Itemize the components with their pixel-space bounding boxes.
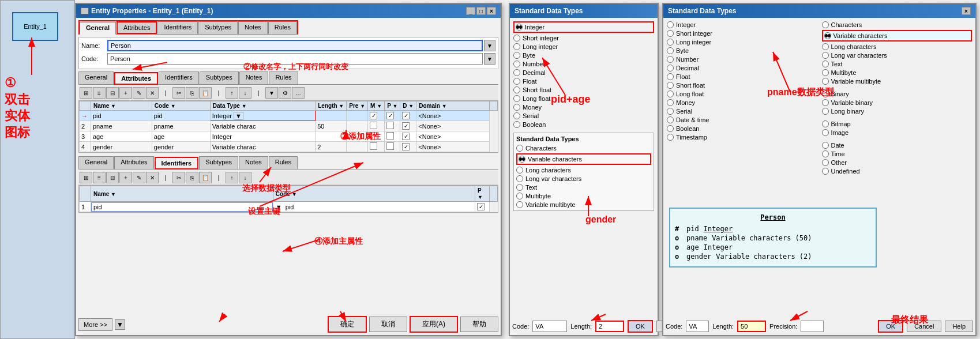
radio2-longchar[interactable]: Long characters <box>516 167 651 174</box>
row-dtype[interactable]: Integer <box>210 131 315 142</box>
row-dtype[interactable]: Variable charac <box>210 121 315 131</box>
r2r-longbinary[interactable]: Long binary <box>822 108 973 115</box>
footer-icon-btn[interactable]: ▼ <box>115 319 125 330</box>
sdt2-length-input[interactable] <box>737 321 766 332</box>
tb-cut[interactable]: ✂ <box>172 87 185 99</box>
table-row[interactable]: 3 age age Integer <None> <box>80 131 498 142</box>
code-btn[interactable]: ▼ <box>484 53 495 65</box>
r2-money[interactable]: Money <box>667 99 817 106</box>
r2r-multibyte[interactable]: Multibyte <box>822 69 973 76</box>
radio2-text[interactable]: Text <box>516 184 651 191</box>
row-p[interactable] <box>385 142 400 152</box>
row-p[interactable] <box>385 131 400 142</box>
row-length[interactable]: 50 <box>316 121 347 131</box>
row-m[interactable] <box>368 121 385 131</box>
r2r-date[interactable]: Date <box>822 142 973 149</box>
radio2-longchar-circle[interactable] <box>516 167 523 174</box>
sdt2-close-btn[interactable]: × <box>962 7 971 15</box>
r2r-image[interactable]: Image <box>822 129 973 136</box>
radio-serial-circle[interactable] <box>513 112 520 119</box>
tab-identifiers-top[interactable]: Identifiers <box>157 21 198 34</box>
r2r-bitmap[interactable]: Bitmap <box>822 120 973 127</box>
radio2-longvarchar[interactable]: Long var characters <box>516 175 651 182</box>
radio-float[interactable]: Float <box>513 78 654 85</box>
r2-boolean[interactable]: Boolean <box>667 125 817 132</box>
radio2-chars[interactable]: Characters <box>516 145 651 152</box>
radio2-varcar-circle[interactable] <box>519 156 525 163</box>
radio-decimal-circle[interactable] <box>513 69 520 76</box>
r2r-varmulti[interactable]: Variable multibyte <box>822 78 973 85</box>
row-code[interactable]: age <box>152 131 210 142</box>
r2r-varcha[interactable]: Variable characters <box>822 30 973 42</box>
tab-notes-bot[interactable]: Notes <box>239 156 268 169</box>
r2-shortint[interactable]: Short integer <box>667 30 817 37</box>
row-d[interactable] <box>400 131 416 142</box>
tb-props[interactable]: ⚙ <box>279 87 291 99</box>
more-button[interactable]: More >> <box>78 318 112 331</box>
radio2-multibyte-circle[interactable] <box>516 193 523 199</box>
radio-number-circle[interactable] <box>513 61 520 67</box>
id-tb-table[interactable]: ⊟ <box>106 172 119 183</box>
radio-short-int-circle[interactable] <box>513 35 520 42</box>
r2r-longcha[interactable]: Long characters <box>822 43 973 50</box>
tab-attributes-bot[interactable]: Attributes <box>114 156 153 169</box>
row-d[interactable] <box>400 111 416 121</box>
radio2-chars-circle[interactable] <box>516 145 523 152</box>
id-tb-paste[interactable]: 📋 <box>199 172 212 183</box>
tab-rules-mid[interactable]: Rules <box>269 71 298 84</box>
row-domain[interactable]: <None> <box>416 111 490 121</box>
r2r-other[interactable]: Other <box>822 159 973 166</box>
r2-number[interactable]: Number <box>667 56 817 63</box>
sdt1-code-input[interactable] <box>532 321 567 332</box>
r2r-longvarchar[interactable]: Long var characters <box>822 52 973 59</box>
radio-number[interactable]: Number <box>513 61 654 67</box>
tab-identifiers-mid[interactable]: Identifiers <box>159 71 199 84</box>
name-input[interactable] <box>107 40 483 51</box>
sdt1-ok-btn[interactable]: OK <box>628 320 653 333</box>
r2r-text[interactable]: Text <box>822 61 973 67</box>
r2-integer[interactable]: Integer <box>667 21 817 28</box>
radio2-multibyte[interactable]: Multibyte <box>516 193 651 199</box>
maximize-btn[interactable]: □ <box>476 7 486 15</box>
id-tb-up[interactable]: ↑ <box>226 172 238 183</box>
radio-money-circle[interactable] <box>513 104 520 111</box>
radio-short-float[interactable]: Short float <box>513 86 654 93</box>
tab-subtypes-mid[interactable]: Subtypes <box>200 71 239 84</box>
row-name[interactable]: pname <box>91 121 152 131</box>
apply-button[interactable]: 应用(A) <box>410 316 458 333</box>
row-p[interactable] <box>385 121 400 131</box>
row-d[interactable] <box>400 121 416 131</box>
row-dtype[interactable]: Integer ▼ <box>210 111 315 121</box>
radio-short-float-circle[interactable] <box>513 86 520 93</box>
r2-float[interactable]: Float <box>667 73 817 80</box>
tab-notes-mid[interactable]: Notes <box>239 71 269 84</box>
tb-paste[interactable]: 📋 <box>199 87 212 99</box>
tab-general-bot[interactable]: General <box>78 156 114 169</box>
tb-more[interactable]: … <box>292 87 305 99</box>
radio2-varmultibyte-circle[interactable] <box>516 201 523 208</box>
row-code[interactable]: gender <box>152 142 210 152</box>
r2-timestamp[interactable]: Timestamp <box>667 134 817 141</box>
radio-byte[interactable]: Byte <box>513 52 654 59</box>
radio2-text-circle[interactable] <box>516 184 523 191</box>
tb-up[interactable]: ↑ <box>226 87 238 99</box>
id-row-name[interactable] <box>91 202 273 212</box>
radio-long-int[interactable]: Long integer <box>513 43 654 50</box>
radio-long-float-circle[interactable] <box>513 95 520 102</box>
radio-boolean[interactable]: Boolean <box>513 121 654 128</box>
row-name[interactable]: gender <box>91 142 152 152</box>
close-btn[interactable]: × <box>487 7 496 15</box>
entity-box[interactable]: Entity_1 <box>12 12 58 41</box>
id-tb-edit[interactable]: ✎ <box>133 172 145 183</box>
tb-grid[interactable]: ⊞ <box>80 87 92 99</box>
id-tb-add[interactable]: + <box>119 172 132 183</box>
help-button[interactable]: 帮助 <box>460 317 498 332</box>
tab-attributes-top[interactable]: Attributes <box>117 21 157 34</box>
id-row-p[interactable] <box>475 202 490 212</box>
tb-copy[interactable]: ⎘ <box>186 87 198 99</box>
tb-table[interactable]: ⊟ <box>106 87 119 99</box>
r2-serial[interactable]: Serial <box>667 108 817 115</box>
r2r-varchar-circle[interactable] <box>824 32 831 39</box>
id-tb-del[interactable]: ✕ <box>146 172 159 183</box>
r2r-binary[interactable]: Binary <box>822 91 973 97</box>
